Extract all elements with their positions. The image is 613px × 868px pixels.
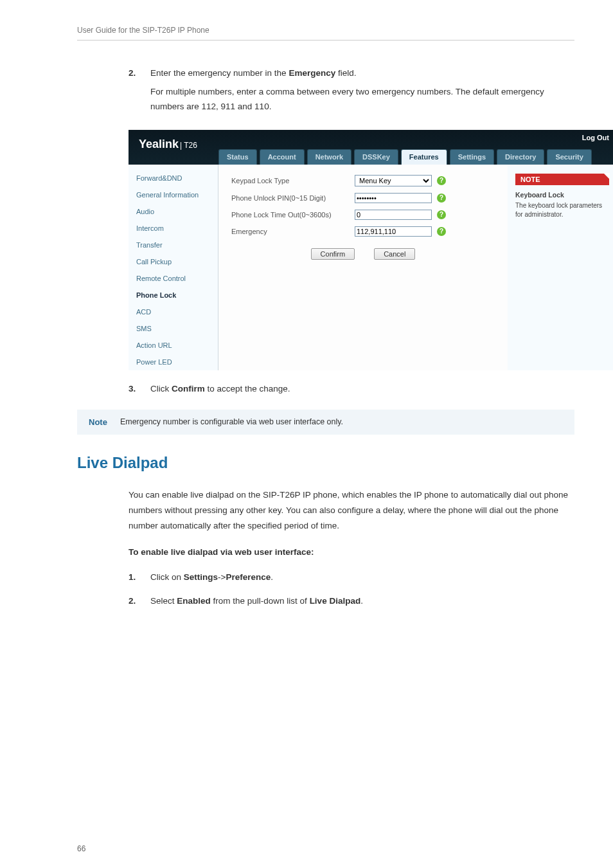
- step-2-text-a: Enter the emergency number in the: [150, 68, 289, 78]
- step-a-arrow: ->: [218, 572, 226, 582]
- tab-status[interactable]: Status: [218, 149, 257, 165]
- step-b-period: .: [360, 596, 363, 606]
- step-2-text-c: field.: [335, 68, 356, 78]
- note-text: Emergency number is configurable via web…: [120, 417, 343, 426]
- logout-link[interactable]: Log Out: [582, 134, 609, 141]
- sidebar-item-audio[interactable]: Audio: [129, 203, 218, 220]
- step-a: 1. Click on Settings->Preference.: [129, 570, 574, 589]
- live-dialpad-paragraph: You can enable live dialpad on the SIP-T…: [129, 487, 574, 534]
- sidebar-item-general-information[interactable]: General Information: [129, 186, 218, 203]
- section-title-live-dialpad: Live Dialpad: [77, 454, 574, 472]
- phone-lock-form: Keypad Lock Type Menu Key ? Phone Unlock…: [218, 165, 508, 370]
- step-2-number: 2.: [129, 66, 141, 118]
- enable-live-dialpad-subhead: To enable live dialpad via web user inte…: [129, 545, 574, 560]
- step-a-number: 1.: [129, 570, 141, 589]
- tab-network[interactable]: Network: [307, 149, 351, 165]
- keypad-lock-type-select[interactable]: Menu Key: [355, 175, 432, 186]
- note-column: NOTE Keyboard Lock The keyboard lock par…: [508, 165, 613, 370]
- note-header: NOTE: [515, 174, 609, 185]
- step-2: 2. Enter the emergency number in the Eme…: [129, 66, 574, 118]
- step-3: 3. Click Confirm to accept the change.: [129, 382, 574, 401]
- brand-logo: Yealink | T26: [139, 138, 197, 151]
- tab-account[interactable]: Account: [260, 149, 305, 165]
- tab-features[interactable]: Features: [401, 149, 447, 165]
- phone-lock-timeout-label: Phone Lock Time Out(0~3600s): [231, 211, 347, 219]
- help-icon[interactable]: ?: [437, 194, 446, 203]
- step-b-text-c: from the pull-down list of: [211, 596, 310, 606]
- step-3-text-a: Click: [150, 384, 172, 393]
- step-b-number: 2.: [129, 594, 141, 613]
- brand-model: | T26: [180, 141, 197, 150]
- keypad-lock-type-label: Keypad Lock Type: [231, 177, 347, 185]
- step-3-number: 3.: [129, 382, 141, 401]
- sidebar-item-transfer[interactable]: Transfer: [129, 237, 218, 253]
- sidebar-item-power-led[interactable]: Power LED: [129, 354, 218, 370]
- step-b-text-a: Select: [150, 596, 177, 606]
- nav-tabs: Status Account Network DSSKey Features S…: [218, 149, 594, 165]
- sidebar-item-call-pickup[interactable]: Call Pickup: [129, 253, 218, 270]
- tab-dsskey[interactable]: DSSKey: [354, 149, 398, 165]
- brand-text: Yealink: [139, 138, 179, 151]
- sidebar-item-intercom[interactable]: Intercom: [129, 220, 218, 237]
- emergency-input[interactable]: [355, 226, 432, 237]
- sidebar: Forward&DND General Information Audio In…: [129, 165, 218, 370]
- step-b: 2. Select Enabled from the pull-down lis…: [129, 594, 574, 613]
- step-a-period: .: [271, 572, 273, 582]
- sidebar-item-phone-lock[interactable]: Phone Lock: [129, 287, 218, 303]
- page-number: 66: [77, 844, 574, 853]
- sidebar-item-remote-control[interactable]: Remote Control: [129, 270, 218, 287]
- live-dialpad-text: Live Dialpad: [310, 596, 361, 606]
- step-a-text-a: Click on: [150, 572, 184, 582]
- help-icon[interactable]: ?: [437, 210, 446, 219]
- step-2-line-1: Enter the emergency number in the Emerge…: [150, 66, 574, 81]
- confirm-text: Confirm: [172, 384, 205, 393]
- sidebar-item-acd[interactable]: ACD: [129, 303, 218, 320]
- settings-text: Settings: [184, 572, 218, 582]
- phone-lock-timeout-input[interactable]: [355, 210, 432, 220]
- step-3-text-c: to accept the change.: [205, 384, 290, 393]
- phone-lock-screenshot: Yealink | T26 Log Out Status Account Net…: [129, 130, 613, 370]
- help-icon[interactable]: ?: [437, 176, 446, 185]
- note-label: Note: [89, 417, 107, 427]
- emergency-field-name: Emergency: [289, 68, 335, 78]
- sidebar-item-sms[interactable]: SMS: [129, 320, 218, 337]
- tab-security[interactable]: Security: [547, 149, 591, 165]
- tab-directory[interactable]: Directory: [497, 149, 544, 165]
- page-header: User Guide for the SIP-T26P IP Phone: [77, 26, 574, 41]
- tab-settings[interactable]: Settings: [450, 149, 494, 165]
- preference-text: Preference: [226, 572, 271, 582]
- note-body-text: The keyboard lock parameters for adminis…: [515, 201, 609, 219]
- cancel-button[interactable]: Cancel: [374, 248, 415, 260]
- confirm-button[interactable]: Confirm: [311, 248, 355, 260]
- enabled-text: Enabled: [177, 596, 211, 606]
- note-title: Keyboard Lock: [515, 190, 609, 200]
- help-icon[interactable]: ?: [437, 227, 446, 236]
- phone-unlock-pin-input[interactable]: [355, 193, 432, 203]
- phone-unlock-pin-label: Phone Unlock PIN(0~15 Digit): [231, 194, 347, 202]
- sidebar-item-action-url[interactable]: Action URL: [129, 337, 218, 354]
- document-note: Note Emergency number is configurable vi…: [77, 410, 574, 435]
- sidebar-item-forward-dnd[interactable]: Forward&DND: [129, 170, 218, 186]
- emergency-label: Emergency: [231, 228, 347, 235]
- step-2-line-2: For multiple numbers, enter a comma betw…: [150, 85, 574, 114]
